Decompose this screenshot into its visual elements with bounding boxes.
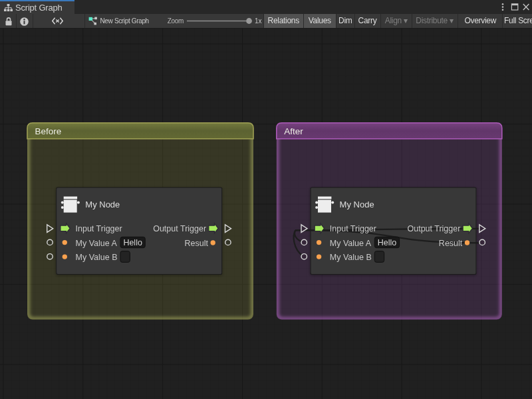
svg-text:My Value B: My Value B [330,253,372,262]
svg-text:Hello: Hello [123,238,142,247]
svg-text:After: After [284,126,303,136]
svg-text:Input Trigger: Input Trigger [330,224,376,233]
svg-text:Hello: Hello [378,238,397,247]
svg-text:My Value A: My Value A [330,239,372,248]
svg-text:Output Trigger: Output Trigger [153,224,206,233]
svg-text:Output Trigger: Output Trigger [407,224,460,233]
svg-text:1x: 1x [255,17,262,25]
svg-text:My Node: My Node [340,200,374,209]
svg-text:Input Trigger: Input Trigger [76,224,122,233]
svg-text:My Value B: My Value B [76,253,118,262]
svg-text:My Value A: My Value A [76,239,118,248]
svg-text:Before: Before [35,126,62,136]
svg-text:Result: Result [439,239,463,248]
svg-text:My Node: My Node [85,200,120,209]
svg-text:Result: Result [185,239,209,248]
